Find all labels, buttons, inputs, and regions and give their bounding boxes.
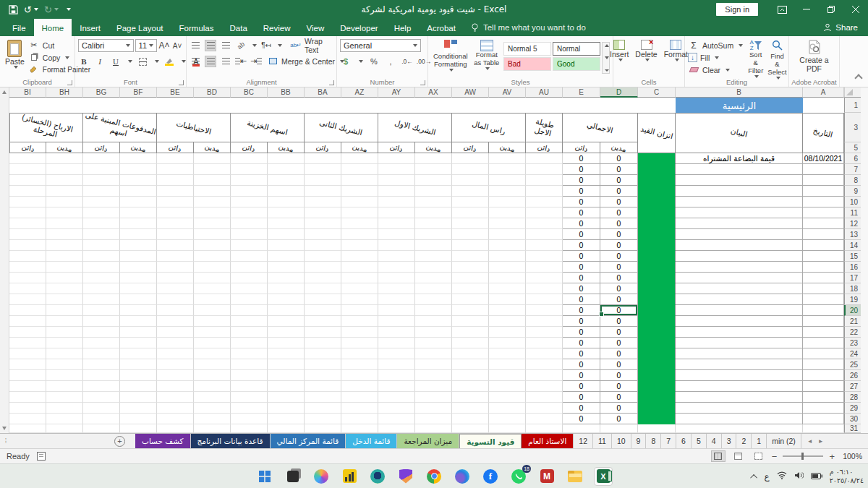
clipboard-dialog-launcher[interactable] [67, 80, 72, 85]
cell-BH23[interactable] [46, 338, 83, 348]
cell-BA8[interactable] [305, 175, 341, 186]
macro-record-icon[interactable] [37, 452, 46, 461]
cell-BB12[interactable] [268, 218, 305, 229]
cell-AU28[interactable] [526, 392, 563, 403]
cell-B18[interactable] [676, 283, 803, 294]
cell-C11[interactable] [638, 207, 676, 218]
align-middle-button[interactable] [205, 40, 216, 51]
restore-button[interactable] [819, 0, 843, 19]
cell-AU19[interactable] [526, 294, 563, 305]
subheader-0-0[interactable]: دائن [9, 142, 46, 153]
sheet-tab-0[interactable]: كشف حساب [135, 434, 191, 448]
cell-A13[interactable] [803, 229, 844, 240]
style-normal-5[interactable]: Normal 5 [503, 42, 551, 56]
cell-BF17[interactable] [120, 273, 157, 283]
cell-E12[interactable]: 0 [563, 218, 600, 229]
cell-D15[interactable]: 0 [600, 251, 638, 262]
italic-button[interactable]: I [94, 56, 106, 67]
cell-BA25[interactable] [305, 359, 341, 370]
cell-BB13[interactable] [268, 229, 305, 240]
zoom-slider-thumb[interactable] [801, 453, 804, 460]
cell-B27[interactable] [676, 381, 803, 392]
cell-AU22[interactable] [526, 327, 563, 338]
cell-AY14[interactable] [378, 240, 415, 251]
cell-AW29[interactable] [452, 403, 489, 414]
cell-BC11[interactable] [231, 207, 268, 218]
cell-BG17[interactable] [83, 273, 120, 283]
cell-BG31[interactable] [83, 424, 120, 433]
subheader-6-0[interactable]: دائن [452, 142, 489, 153]
cell-C10[interactable] [638, 197, 676, 207]
volume-icon[interactable] [794, 471, 804, 481]
cell-BG18[interactable] [83, 283, 120, 294]
align-bottom-button[interactable] [220, 40, 231, 51]
column-header-BF[interactable]: BF [120, 87, 157, 98]
menu-tab-data[interactable]: Data [222, 19, 255, 36]
cell-BH13[interactable] [46, 229, 83, 240]
taskbar-teal-app-icon[interactable] [368, 467, 387, 486]
cell-A28[interactable] [803, 392, 844, 403]
cell-BD22[interactable] [194, 327, 231, 338]
cell-BH9[interactable] [46, 186, 83, 197]
redo-button[interactable]: ↻ [44, 4, 59, 15]
cell-AW23[interactable] [452, 338, 489, 348]
cell-AW13[interactable] [452, 229, 489, 240]
menu-tab-home[interactable]: Home [34, 19, 72, 36]
cell-BG25[interactable] [83, 359, 120, 370]
cell-AV14[interactable] [489, 240, 526, 251]
style-normal[interactable]: Normal [553, 42, 600, 56]
sheet-tab-13[interactable]: 6 [676, 434, 692, 448]
rtl-direction-button[interactable]: ¶↤ [260, 40, 272, 51]
cell-D13[interactable]: 0 [600, 229, 638, 240]
cell-A15[interactable] [803, 251, 844, 262]
cell-E20[interactable]: 0 [563, 305, 600, 316]
cell-BE25[interactable] [157, 359, 194, 370]
cell-AU6[interactable] [526, 153, 563, 164]
cell-AV24[interactable] [489, 348, 526, 359]
cell-BI13[interactable] [9, 229, 46, 240]
select-all-corner[interactable] [844, 87, 861, 98]
sheet-tab-14[interactable]: 5 [692, 434, 707, 448]
cell-AX29[interactable] [415, 403, 452, 414]
cell-AW6[interactable] [452, 153, 489, 164]
cell-E25[interactable]: 0 [563, 359, 600, 370]
cell-AZ24[interactable] [341, 348, 378, 359]
cell-BH28[interactable] [46, 392, 83, 403]
taskbar-shield-app-icon[interactable] [396, 467, 415, 486]
cell-B22[interactable] [676, 327, 803, 338]
cell-BA29[interactable] [305, 403, 341, 414]
sheet-tab-16[interactable]: 3 [722, 434, 737, 448]
cell-B9[interactable] [676, 186, 803, 197]
cell-E17[interactable]: 0 [563, 273, 600, 283]
cell-BD12[interactable] [194, 218, 231, 229]
font-size-select[interactable]: 11 [135, 39, 157, 52]
cell-B10[interactable] [676, 197, 803, 207]
cell-C21[interactable] [638, 316, 676, 327]
cell-AW16[interactable] [452, 262, 489, 273]
cell-B15[interactable] [676, 251, 803, 262]
cell-AX20[interactable] [415, 305, 452, 316]
cell-E21[interactable]: 0 [563, 316, 600, 327]
page-break-view-button[interactable] [752, 450, 766, 462]
cell-AZ23[interactable] [341, 338, 378, 348]
row-header-7[interactable]: 7 [844, 164, 861, 175]
zoom-slider[interactable] [783, 455, 823, 457]
cell-BB7[interactable] [268, 164, 305, 175]
cell-BE15[interactable] [157, 251, 194, 262]
decrease-font-button[interactable]: A˅ [171, 40, 183, 51]
cell-AV30[interactable] [489, 414, 526, 424]
cell-AZ9[interactable] [341, 186, 378, 197]
cell-A24[interactable] [803, 348, 844, 359]
cell-AU21[interactable] [526, 316, 563, 327]
cell-AW20[interactable] [452, 305, 489, 316]
group-header-2[interactable]: الاحتياطيات [157, 113, 231, 142]
cell-AU11[interactable] [526, 207, 563, 218]
cell-AV10[interactable] [489, 197, 526, 207]
cell-A14[interactable] [803, 240, 844, 251]
cell-AY29[interactable] [378, 403, 415, 414]
sort-filter-button[interactable]: AZ Sort & Filter [746, 39, 765, 77]
sheet-tab-5[interactable]: قيود التسوية [459, 434, 522, 448]
cell-BB9[interactable] [268, 186, 305, 197]
column-header-E[interactable]: E [563, 87, 600, 98]
fill-color-button[interactable] [163, 56, 175, 67]
